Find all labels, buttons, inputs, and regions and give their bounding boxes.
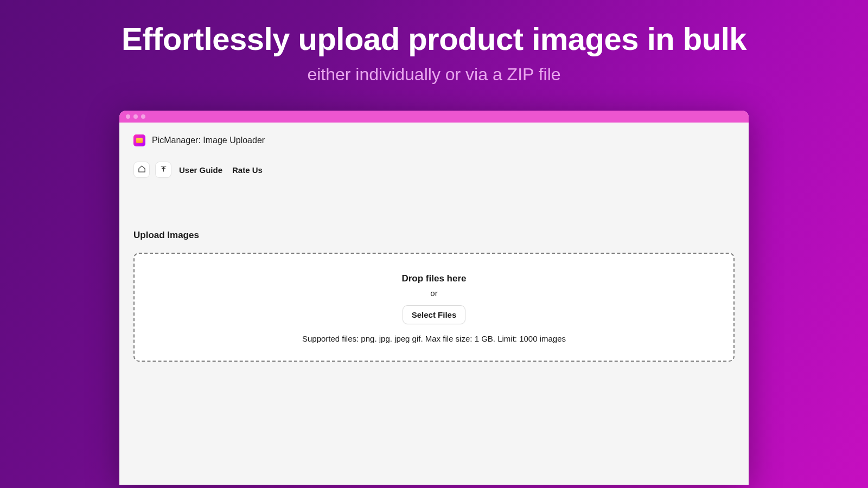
home-button[interactable]	[133, 162, 150, 178]
app-header: PicManager: Image Uploader	[133, 134, 735, 146]
upload-arrow-icon	[159, 165, 168, 175]
toolbar: User Guide Rate Us	[133, 162, 735, 178]
user-guide-link[interactable]: User Guide	[177, 163, 225, 177]
app-window: PicManager: Image Uploader User Guide Ra…	[119, 111, 749, 485]
dropzone-or-text: or	[430, 288, 437, 298]
rate-us-link[interactable]: Rate Us	[230, 163, 265, 177]
upload-section-title: Upload Images	[133, 230, 735, 241]
hero-title: Effortlessly upload product images in bu…	[122, 21, 746, 57]
hero-subtitle: either individually or via a ZIP file	[307, 65, 560, 85]
app-pane: PicManager: Image Uploader User Guide Ra…	[119, 123, 749, 485]
upload-dropzone[interactable]: Drop files here or Select Files Supporte…	[133, 253, 735, 362]
select-files-button[interactable]: Select Files	[403, 305, 466, 324]
upload-button[interactable]	[155, 162, 171, 178]
traffic-close-icon[interactable]	[126, 114, 130, 119]
window-titlebar	[119, 111, 749, 123]
dropzone-title: Drop files here	[401, 273, 466, 284]
dropzone-hint: Supported files: png. jpg. jpeg gif. Max…	[302, 334, 566, 343]
app-title: PicManager: Image Uploader	[152, 136, 265, 145]
app-logo-icon	[133, 134, 145, 146]
traffic-minimize-icon[interactable]	[133, 114, 138, 119]
home-icon	[138, 165, 146, 175]
traffic-zoom-icon[interactable]	[141, 114, 145, 119]
